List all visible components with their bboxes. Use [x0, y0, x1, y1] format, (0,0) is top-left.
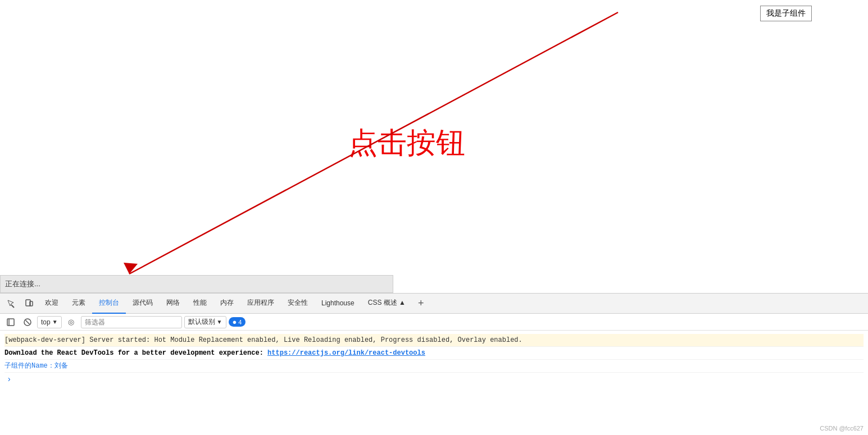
console-line-2: Download the React DevTools for a better…: [4, 347, 864, 360]
context-selector[interactable]: top ▼: [37, 316, 62, 328]
console-line-1: [webpack-dev-server] Server started: Hot…: [4, 334, 864, 347]
console-sidebar-icon[interactable]: [3, 315, 18, 329]
tab-elements[interactable]: 元素: [65, 294, 92, 314]
console-line-3-text: 子组件的Name：刘备: [4, 362, 68, 370]
console-output: [webpack-dev-server] Server started: Hot…: [0, 331, 868, 388]
console-line-1-text: [webpack-dev-server] Server started: Hot…: [4, 336, 522, 344]
console-filter-input[interactable]: [81, 316, 182, 328]
svg-line-2: [11, 305, 14, 308]
log-level-label: 默认级别: [188, 317, 215, 327]
console-prompt: ›: [4, 373, 864, 385]
console-toolbar: top ▼ ◎ 默认级别 ▼ ● 4: [0, 314, 868, 331]
eye-icon[interactable]: ◎: [64, 315, 79, 329]
svg-line-8: [26, 320, 30, 324]
react-devtools-link[interactable]: https://reactjs.org/link/react-devtools: [267, 349, 425, 357]
tab-application[interactable]: 应用程序: [240, 294, 281, 314]
inspect-element-icon[interactable]: [2, 295, 20, 313]
tab-css-overview[interactable]: CSS 概述 ▲: [361, 294, 412, 314]
console-line-2-prefix: Download the React DevTools for a better…: [4, 349, 267, 357]
click-text-label: 点击按钮: [348, 123, 465, 163]
devtools-tab-bar: 欢迎 元素 控制台 源代码 网络 性能 内存 应用程序 安全性 Lighthou…: [0, 294, 868, 314]
tab-network[interactable]: 网络: [160, 294, 187, 314]
device-toolbar-icon[interactable]: [20, 295, 38, 313]
tab-sources[interactable]: 源代码: [126, 294, 160, 314]
log-level-selector[interactable]: 默认级别 ▼: [184, 316, 226, 328]
app-area: 我是子组件 点击按钮: [0, 0, 868, 275]
issues-count: 4: [238, 319, 242, 326]
tab-memory[interactable]: 内存: [213, 294, 240, 314]
svg-marker-1: [124, 263, 138, 274]
svg-rect-4: [30, 301, 33, 306]
prompt-arrow-icon: ›: [7, 375, 11, 384]
tab-performance[interactable]: 性能: [187, 294, 213, 314]
console-line-3: 子组件的Name：刘备: [4, 360, 864, 373]
dropdown-arrow-icon: ▼: [52, 319, 58, 325]
tab-security[interactable]: 安全性: [281, 294, 315, 314]
tab-welcome[interactable]: 欢迎: [38, 294, 65, 314]
svg-rect-5: [7, 319, 14, 326]
log-level-arrow-icon: ▼: [217, 319, 222, 325]
tab-console[interactable]: 控制台: [92, 294, 126, 314]
child-component-button[interactable]: 我是子组件: [760, 6, 812, 21]
clear-console-icon[interactable]: [20, 315, 35, 329]
tab-lighthouse[interactable]: Lighthouse: [315, 294, 361, 314]
issues-counter[interactable]: ● 4: [229, 317, 246, 327]
devtools-panel: 欢迎 元素 控制台 源代码 网络 性能 内存 应用程序 安全性 Lighthou…: [0, 293, 868, 388]
watermark: CSDN @fcc627: [820, 425, 864, 432]
status-bar: 正在连接...: [0, 275, 393, 293]
status-text: 正在连接...: [5, 279, 40, 289]
add-tab-button[interactable]: +: [412, 294, 430, 313]
context-label: top: [41, 318, 51, 326]
